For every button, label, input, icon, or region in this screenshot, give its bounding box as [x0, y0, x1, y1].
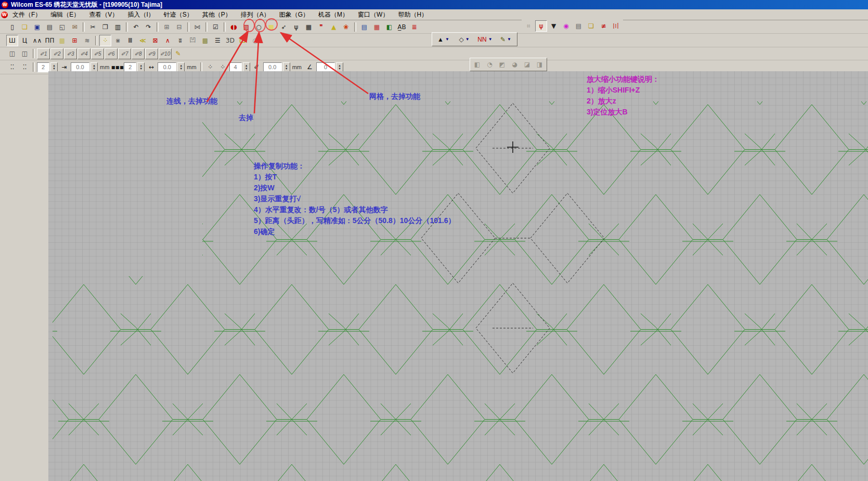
- needle-button-9[interactable]: ✐9: [145, 48, 158, 59]
- stitch-list-icon[interactable]: ≣: [408, 21, 420, 33]
- tatami-fill-icon[interactable]: ▩: [56, 35, 68, 46]
- punch-ungroup-icon[interactable]: ⊟: [173, 21, 185, 33]
- punch-group-icon[interactable]: ⊞: [161, 21, 173, 33]
- angle-input-spin-buttons[interactable]: ▲▼: [336, 62, 343, 72]
- trim-icon[interactable]: ◔: [484, 59, 496, 70]
- run-stitch-icon[interactable]: ⁘: [99, 35, 111, 46]
- needle-button-10[interactable]: ✐10: [159, 48, 172, 59]
- spacing-input[interactable]: 0.0: [158, 62, 176, 72]
- grid-x-red-icon[interactable]: ⊠: [149, 35, 161, 46]
- needle-button-1[interactable]: ✐1: [37, 48, 50, 59]
- repeat-spinner-spin-buttons[interactable]: ▲▼: [137, 62, 145, 72]
- wave-fill-icon[interactable]: ≋: [81, 35, 93, 46]
- menu-other[interactable]: 其他（P）: [198, 9, 236, 20]
- angle-input[interactable]: 0: [316, 62, 335, 72]
- needle-button-7[interactable]: ✐7: [118, 48, 131, 59]
- menu-help[interactable]: 帮助（H）: [393, 9, 432, 20]
- outline-ellipse-icon[interactable]: ○: [253, 21, 265, 33]
- satin-stitch-icon[interactable]: ◖◗: [228, 21, 240, 33]
- needle-button-4[interactable]: ✐4: [77, 48, 90, 59]
- chevron-down-icon[interactable]: ▼: [465, 37, 470, 42]
- copy-icon[interactable]: ❐: [99, 21, 111, 33]
- intersect-icon[interactable]: ◩: [496, 59, 508, 70]
- menu-edit[interactable]: 编辑（E）: [46, 9, 84, 20]
- new-icon[interactable]: ▯: [6, 21, 18, 33]
- mirror-wings-icon[interactable]: ⋈: [191, 21, 203, 33]
- exclude-icon[interactable]: ◕: [509, 59, 521, 70]
- length-input-spin-buttons[interactable]: ▲▼: [90, 62, 98, 72]
- export-pencil-icon[interactable]: ✎: [172, 48, 184, 59]
- pen-tool-button[interactable]: ✎▼: [496, 33, 516, 45]
- repeat-spinner[interactable]: 2: [124, 62, 136, 72]
- tape-w2-icon[interactable]: ◫: [19, 48, 31, 59]
- lattice-red-icon[interactable]: ⊞: [69, 35, 81, 46]
- center-ball-icon[interactable]: ◉: [560, 20, 572, 32]
- stitch-edit-tool-button[interactable]: NN▼: [475, 33, 495, 45]
- select-tool-button[interactable]: ▲▼: [433, 33, 454, 45]
- needle-penetration-icon[interactable]: ψ: [290, 21, 302, 33]
- fence-stitch-icon[interactable]: Ⅲ: [124, 35, 136, 46]
- pattern-sheet-icon[interactable]: ▤: [573, 20, 585, 32]
- spacing-input-spin-buttons[interactable]: ▲▼: [177, 62, 185, 72]
- menu-stitch[interactable]: 针迹（S）: [159, 9, 198, 20]
- offset-input[interactable]: 0.0: [263, 62, 282, 72]
- print-preview-icon[interactable]: ◱: [56, 21, 68, 33]
- redo-icon[interactable]: ↷: [142, 21, 154, 33]
- undo-icon[interactable]: ↶: [130, 21, 142, 33]
- needle-button-3[interactable]: ✐3: [64, 48, 77, 59]
- count-spinner-spin-buttons[interactable]: ▲▼: [50, 62, 58, 72]
- menu-view[interactable]: 查看（V）: [84, 9, 123, 20]
- grid-marks-icon[interactable]: ⁚⁚: [6, 61, 18, 73]
- reshape-tool-button[interactable]: ◇▼: [454, 33, 474, 45]
- manual-stitch-icon[interactable]: ʬ: [174, 35, 186, 46]
- tape-w1-icon[interactable]: ◫: [6, 48, 18, 59]
- loop-column-icon[interactable]: Ц: [19, 35, 31, 46]
- menu-image[interactable]: 图象（G）: [275, 9, 314, 20]
- save-icon[interactable]: ▣: [31, 21, 43, 33]
- chevron-down-icon[interactable]: ▼: [445, 37, 449, 42]
- stripes-icon[interactable]: 〣: [610, 20, 622, 32]
- image-insert-icon[interactable]: ▤: [358, 21, 370, 33]
- grid-size-spinner[interactable]: 4: [229, 62, 242, 72]
- three-d-icon[interactable]: 3D: [224, 35, 236, 46]
- front-minus-back-icon[interactable]: ◪: [521, 59, 533, 70]
- background-fabric-icon[interactable]: ▲: [328, 21, 340, 33]
- bracket-stitch-icon[interactable]: 凹: [187, 35, 199, 46]
- hoop-setup-icon[interactable]: ✉: [69, 21, 81, 33]
- jump-stitch-icon[interactable]: ❞: [315, 21, 327, 33]
- print-icon[interactable]: ▤: [44, 21, 56, 33]
- menu-arrange[interactable]: 排列（A）: [236, 9, 275, 20]
- back-minus-front-icon[interactable]: ◨: [534, 59, 546, 70]
- rgb-dots-icon[interactable]: ▦: [371, 21, 383, 33]
- contour-lines-icon[interactable]: ☰: [212, 35, 224, 46]
- needle-button-6[interactable]: ✐6: [105, 48, 118, 59]
- menu-file[interactable]: 文件（F）: [8, 9, 46, 20]
- weld-icon[interactable]: ◧: [471, 59, 483, 70]
- letters-ab-icon[interactable]: A̲B: [396, 21, 408, 33]
- chevron-down-icon[interactable]: ▼: [488, 37, 493, 42]
- ray-fill-icon[interactable]: ≪: [137, 35, 149, 46]
- thread-colors-icon[interactable]: ❀: [340, 21, 352, 33]
- folder-export-icon[interactable]: ❏: [585, 20, 597, 32]
- motif-run-icon[interactable]: ⋇: [112, 35, 124, 46]
- color-adjust-icon[interactable]: ◧: [383, 21, 395, 33]
- open-icon[interactable]: ❏: [19, 21, 31, 33]
- cut-icon[interactable]: ✂: [87, 21, 99, 33]
- satin-column-icon[interactable]: Ш: [6, 35, 18, 46]
- needle-point-icon[interactable]: ψ: [535, 20, 547, 32]
- needle-button-8[interactable]: ✐8: [132, 48, 145, 59]
- menu-window[interactable]: 窗口（W）: [353, 9, 393, 20]
- grid-toggle-icon[interactable]: ▦: [303, 21, 315, 33]
- connector-travel-icon[interactable]: ➶: [278, 21, 290, 33]
- grid-marks2-icon[interactable]: ⁚⁚: [19, 61, 31, 73]
- hatch-fill-icon[interactable]: ▨: [240, 21, 252, 33]
- chevron-down-icon[interactable]: ▼: [507, 37, 511, 42]
- pattern-fill-icon[interactable]: ▩: [199, 35, 211, 46]
- machine-red-icon[interactable]: ≢: [598, 20, 610, 32]
- options-check-icon[interactable]: ☑: [210, 21, 222, 33]
- fill-yellow-icon[interactable]: ■: [265, 21, 277, 33]
- count-spinner[interactable]: 2: [37, 62, 49, 72]
- hatch-w-icon[interactable]: Ш: [237, 35, 249, 46]
- ellipse-gray-icon[interactable]: ○: [249, 35, 261, 46]
- triangle-red-icon[interactable]: ∧: [162, 35, 174, 46]
